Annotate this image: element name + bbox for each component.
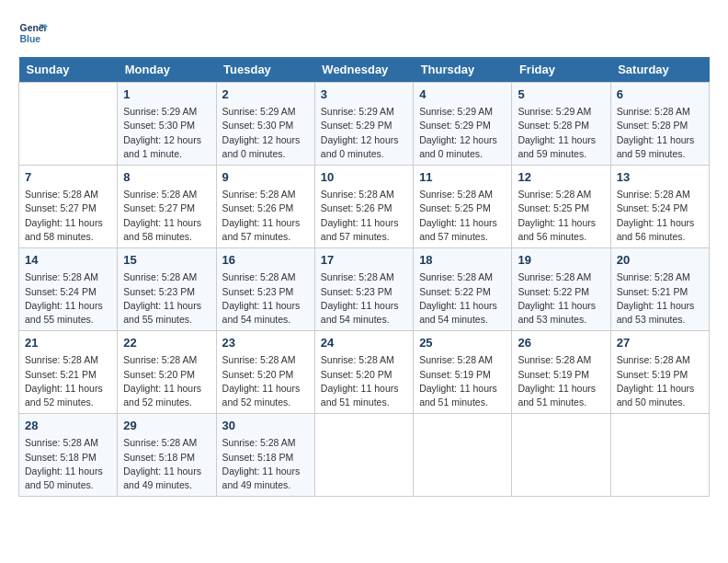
calendar-cell: 1Sunrise: 5:29 AM Sunset: 5:30 PM Daylig… bbox=[118, 83, 216, 166]
calendar-cell: 16Sunrise: 5:28 AM Sunset: 5:23 PM Dayli… bbox=[216, 248, 314, 331]
logo: General Blue bbox=[18, 18, 51, 48]
calendar-table: SundayMondayTuesdayWednesdayThursdayFrid… bbox=[18, 57, 710, 497]
calendar-cell: 27Sunrise: 5:28 AM Sunset: 5:19 PM Dayli… bbox=[610, 331, 709, 414]
day-info: Sunrise: 5:28 AM Sunset: 5:19 PM Dayligh… bbox=[518, 353, 604, 409]
calendar-header-row: SundayMondayTuesdayWednesdayThursdayFrid… bbox=[19, 57, 710, 83]
day-number: 15 bbox=[123, 252, 210, 269]
calendar-cell: 7Sunrise: 5:28 AM Sunset: 5:27 PM Daylig… bbox=[19, 166, 118, 248]
day-info: Sunrise: 5:28 AM Sunset: 5:27 PM Dayligh… bbox=[123, 188, 210, 244]
day-info: Sunrise: 5:28 AM Sunset: 5:27 PM Dayligh… bbox=[25, 188, 111, 244]
day-info: Sunrise: 5:28 AM Sunset: 5:21 PM Dayligh… bbox=[25, 353, 111, 409]
day-number: 27 bbox=[617, 335, 703, 351]
day-info: Sunrise: 5:28 AM Sunset: 5:18 PM Dayligh… bbox=[25, 436, 111, 492]
calendar-cell: 11Sunrise: 5:28 AM Sunset: 5:25 PM Dayli… bbox=[414, 166, 512, 248]
weekday-header: Tuesday bbox=[216, 57, 314, 83]
calendar-cell: 26Sunrise: 5:28 AM Sunset: 5:19 PM Dayli… bbox=[512, 331, 610, 414]
day-info: Sunrise: 5:28 AM Sunset: 5:20 PM Dayligh… bbox=[222, 353, 309, 409]
day-info: Sunrise: 5:28 AM Sunset: 5:26 PM Dayligh… bbox=[222, 188, 309, 244]
day-number: 28 bbox=[25, 418, 111, 434]
day-number: 13 bbox=[617, 169, 703, 186]
day-info: Sunrise: 5:29 AM Sunset: 5:28 PM Dayligh… bbox=[518, 105, 604, 161]
day-info: Sunrise: 5:28 AM Sunset: 5:20 PM Dayligh… bbox=[123, 353, 210, 409]
calendar-cell: 4Sunrise: 5:29 AM Sunset: 5:29 PM Daylig… bbox=[414, 83, 512, 166]
calendar-cell: 3Sunrise: 5:29 AM Sunset: 5:29 PM Daylig… bbox=[314, 83, 413, 166]
day-number: 26 bbox=[518, 335, 604, 351]
day-number: 24 bbox=[321, 335, 407, 351]
day-info: Sunrise: 5:28 AM Sunset: 5:23 PM Dayligh… bbox=[321, 270, 407, 327]
calendar-cell bbox=[610, 414, 709, 497]
calendar-cell: 30Sunrise: 5:28 AM Sunset: 5:18 PM Dayli… bbox=[216, 414, 314, 497]
day-info: Sunrise: 5:29 AM Sunset: 5:30 PM Dayligh… bbox=[222, 105, 309, 161]
calendar-cell: 25Sunrise: 5:28 AM Sunset: 5:19 PM Dayli… bbox=[414, 331, 512, 414]
calendar-cell: 2Sunrise: 5:29 AM Sunset: 5:30 PM Daylig… bbox=[216, 83, 314, 166]
day-info: Sunrise: 5:28 AM Sunset: 5:26 PM Dayligh… bbox=[321, 188, 407, 244]
calendar-cell: 18Sunrise: 5:28 AM Sunset: 5:22 PM Dayli… bbox=[414, 248, 512, 331]
calendar-week-row: 21Sunrise: 5:28 AM Sunset: 5:21 PM Dayli… bbox=[19, 331, 710, 414]
day-number: 3 bbox=[321, 86, 407, 103]
day-info: Sunrise: 5:28 AM Sunset: 5:19 PM Dayligh… bbox=[419, 353, 506, 409]
calendar-cell: 6Sunrise: 5:28 AM Sunset: 5:28 PM Daylig… bbox=[610, 83, 709, 166]
calendar-body: 1Sunrise: 5:29 AM Sunset: 5:30 PM Daylig… bbox=[19, 83, 710, 497]
calendar-cell: 14Sunrise: 5:28 AM Sunset: 5:24 PM Dayli… bbox=[19, 248, 118, 331]
day-info: Sunrise: 5:28 AM Sunset: 5:18 PM Dayligh… bbox=[222, 436, 309, 492]
calendar-cell: 22Sunrise: 5:28 AM Sunset: 5:20 PM Dayli… bbox=[118, 331, 216, 414]
calendar-cell: 24Sunrise: 5:28 AM Sunset: 5:20 PM Dayli… bbox=[314, 331, 413, 414]
day-number: 18 bbox=[419, 252, 506, 269]
day-number: 10 bbox=[321, 169, 407, 186]
day-number: 8 bbox=[123, 169, 210, 186]
day-number: 11 bbox=[419, 169, 506, 186]
day-number: 25 bbox=[419, 335, 506, 351]
day-number: 4 bbox=[419, 86, 506, 103]
calendar-cell bbox=[414, 414, 512, 497]
calendar-week-row: 1Sunrise: 5:29 AM Sunset: 5:30 PM Daylig… bbox=[19, 83, 710, 166]
svg-text:Blue: Blue bbox=[20, 34, 41, 44]
day-number: 29 bbox=[123, 418, 210, 434]
day-info: Sunrise: 5:28 AM Sunset: 5:28 PM Dayligh… bbox=[617, 105, 703, 161]
day-number: 17 bbox=[321, 252, 407, 269]
logo-icon: General Blue bbox=[18, 18, 48, 48]
day-info: Sunrise: 5:28 AM Sunset: 5:21 PM Dayligh… bbox=[617, 270, 703, 327]
day-number: 16 bbox=[222, 252, 309, 269]
day-info: Sunrise: 5:28 AM Sunset: 5:25 PM Dayligh… bbox=[518, 188, 604, 244]
day-number: 5 bbox=[518, 86, 604, 103]
day-number: 12 bbox=[518, 169, 604, 186]
day-number: 9 bbox=[222, 169, 309, 186]
weekday-header: Thursday bbox=[414, 57, 512, 83]
calendar-cell: 17Sunrise: 5:28 AM Sunset: 5:23 PM Dayli… bbox=[314, 248, 413, 331]
calendar-week-row: 7Sunrise: 5:28 AM Sunset: 5:27 PM Daylig… bbox=[19, 166, 710, 248]
day-number: 22 bbox=[123, 335, 210, 351]
day-info: Sunrise: 5:29 AM Sunset: 5:29 PM Dayligh… bbox=[321, 105, 407, 161]
calendar-cell: 23Sunrise: 5:28 AM Sunset: 5:20 PM Dayli… bbox=[216, 331, 314, 414]
day-number: 7 bbox=[25, 169, 111, 186]
day-info: Sunrise: 5:28 AM Sunset: 5:24 PM Dayligh… bbox=[617, 188, 703, 244]
day-number: 20 bbox=[617, 252, 703, 269]
day-info: Sunrise: 5:28 AM Sunset: 5:18 PM Dayligh… bbox=[123, 436, 210, 492]
day-number: 19 bbox=[518, 252, 604, 269]
calendar-week-row: 14Sunrise: 5:28 AM Sunset: 5:24 PM Dayli… bbox=[19, 248, 710, 331]
day-info: Sunrise: 5:28 AM Sunset: 5:22 PM Dayligh… bbox=[419, 270, 506, 327]
calendar-cell: 12Sunrise: 5:28 AM Sunset: 5:25 PM Dayli… bbox=[512, 166, 610, 248]
weekday-header: Monday bbox=[118, 57, 216, 83]
day-info: Sunrise: 5:28 AM Sunset: 5:23 PM Dayligh… bbox=[123, 270, 210, 327]
calendar-cell bbox=[314, 414, 413, 497]
calendar-cell: 9Sunrise: 5:28 AM Sunset: 5:26 PM Daylig… bbox=[216, 166, 314, 248]
page-header: General Blue bbox=[18, 18, 710, 48]
day-number: 23 bbox=[222, 335, 309, 351]
day-number: 21 bbox=[25, 335, 111, 351]
calendar-cell: 10Sunrise: 5:28 AM Sunset: 5:26 PM Dayli… bbox=[314, 166, 413, 248]
day-info: Sunrise: 5:28 AM Sunset: 5:19 PM Dayligh… bbox=[617, 353, 703, 409]
calendar-cell: 20Sunrise: 5:28 AM Sunset: 5:21 PM Dayli… bbox=[610, 248, 709, 331]
calendar-cell bbox=[19, 83, 118, 166]
day-info: Sunrise: 5:28 AM Sunset: 5:25 PM Dayligh… bbox=[419, 188, 506, 244]
day-number: 30 bbox=[222, 418, 309, 434]
day-number: 14 bbox=[25, 252, 111, 269]
weekday-header: Friday bbox=[512, 57, 610, 83]
day-info: Sunrise: 5:28 AM Sunset: 5:22 PM Dayligh… bbox=[518, 270, 604, 327]
calendar-cell: 8Sunrise: 5:28 AM Sunset: 5:27 PM Daylig… bbox=[118, 166, 216, 248]
weekday-header: Saturday bbox=[610, 57, 709, 83]
calendar-cell: 28Sunrise: 5:28 AM Sunset: 5:18 PM Dayli… bbox=[19, 414, 118, 497]
day-info: Sunrise: 5:28 AM Sunset: 5:23 PM Dayligh… bbox=[222, 270, 309, 327]
calendar-cell: 13Sunrise: 5:28 AM Sunset: 5:24 PM Dayli… bbox=[610, 166, 709, 248]
day-number: 6 bbox=[617, 86, 703, 103]
day-info: Sunrise: 5:29 AM Sunset: 5:29 PM Dayligh… bbox=[419, 105, 506, 161]
